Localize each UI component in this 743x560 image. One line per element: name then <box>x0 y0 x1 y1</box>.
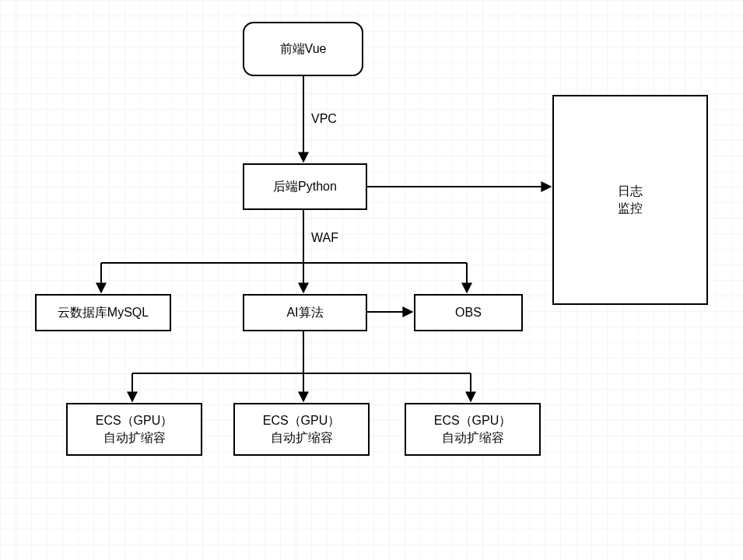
node-frontend-label: 前端Vue <box>280 40 327 58</box>
node-ecs2-line1: ECS（GPU） <box>263 412 341 429</box>
node-ecs3-line1: ECS（GPU） <box>434 412 512 429</box>
node-obs: OBS <box>414 294 523 331</box>
node-log-monitor-line2: 监控 <box>618 200 643 217</box>
node-ecs1-line1: ECS（GPU） <box>96 412 173 429</box>
node-ecs2: ECS（GPU） 自动扩缩容 <box>233 403 370 456</box>
edge-label-vpc: VPC <box>311 112 337 126</box>
node-backend: 后端Python <box>243 163 367 210</box>
node-obs-label: OBS <box>455 304 482 321</box>
node-ecs3: ECS（GPU） 自动扩缩容 <box>405 403 541 456</box>
node-ecs1: ECS（GPU） 自动扩缩容 <box>66 403 202 456</box>
node-db-label: 云数据库MySQL <box>58 304 149 321</box>
node-ecs2-line2: 自动扩缩容 <box>271 429 333 446</box>
node-ecs1-line2: 自动扩缩容 <box>103 429 166 446</box>
diagram-canvas: 前端Vue 后端Python 日志 监控 云数据库MySQL AI算法 OBS … <box>0 0 743 560</box>
node-log-monitor-line1: 日志 <box>618 183 643 200</box>
node-ai-label: AI算法 <box>286 304 323 321</box>
node-ai: AI算法 <box>243 294 367 331</box>
node-frontend: 前端Vue <box>243 22 363 76</box>
node-ecs3-line2: 自动扩缩容 <box>442 429 504 446</box>
node-db: 云数据库MySQL <box>35 294 171 331</box>
node-log-monitor: 日志 监控 <box>552 95 708 305</box>
node-backend-label: 后端Python <box>273 178 337 195</box>
edge-label-waf: WAF <box>311 231 338 245</box>
